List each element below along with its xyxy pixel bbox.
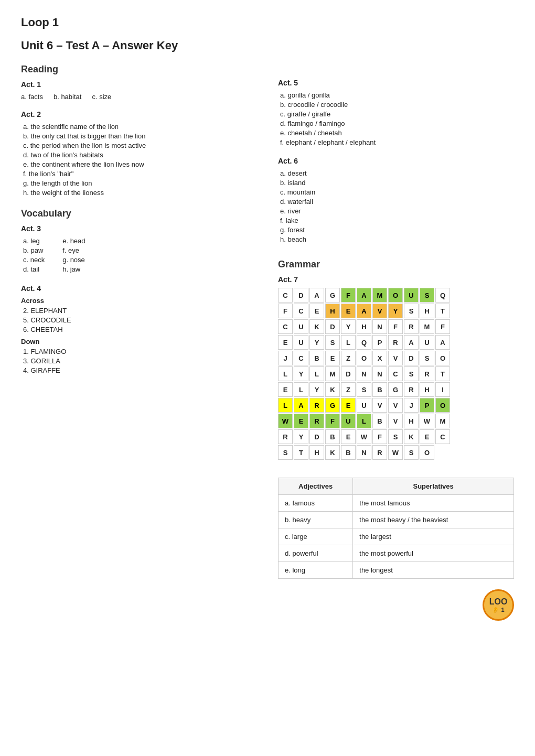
sup-cell: the largest (353, 528, 514, 545)
list-item: d. two of the lion's habitats (21, 151, 257, 159)
list-item: f. eye (60, 246, 85, 254)
act1-title: Act. 1 (21, 80, 257, 89)
unit-title: Unit 6 – Test A – Answer Key (21, 39, 257, 52)
act1-answers: a. facts b. habitat c. size (21, 93, 257, 101)
list-item: c. giraffe / giraffe (278, 110, 514, 118)
across-label: Across (21, 297, 257, 305)
grammar-section-title: Grammar (278, 259, 514, 270)
logo-sub: 👂 1 (492, 607, 504, 613)
act3-right: e. head f. eye g. nose h. jaw (60, 237, 85, 275)
list-item: d. waterfall (278, 198, 514, 206)
act1-answer-c: c. size (92, 93, 111, 101)
list-item: a. desert (278, 169, 514, 177)
act4-title: Act. 4 (21, 284, 257, 293)
vocabulary-section-title: Vocabulary (21, 208, 257, 219)
logo-area: LOO 👂 1 (278, 589, 514, 621)
list-item: c. mountain (278, 188, 514, 196)
list-item: e. river (278, 207, 514, 215)
superlatives-section: Adjectives Superlatives a. famousthe mos… (278, 478, 514, 579)
adj-cell: b. heavy (279, 512, 353, 528)
adj-cell: d. powerful (279, 545, 353, 562)
list-item: e. cheetah / cheetah (278, 129, 514, 137)
list-item: d. tail (21, 265, 45, 273)
list-item: g. the length of the lion (21, 179, 257, 187)
act4-across: 2. ELEPHANT 5. CROCODILE 6. CHEETAH (21, 307, 257, 333)
list-item: b. paw (21, 246, 45, 254)
act6-answers: a. desert b. island c. mountain d. water… (278, 169, 514, 243)
act3-title: Act. 3 (21, 224, 257, 233)
loop-title: Loop 1 (21, 16, 257, 29)
superlatives-table: Adjectives Superlatives a. famousthe mos… (278, 478, 514, 579)
list-item: c. neck (21, 256, 45, 264)
list-item: 2. ELEPHANT (21, 307, 257, 315)
act2-title: Act. 2 (21, 110, 257, 118)
adj-cell: c. large (279, 528, 353, 545)
word-search-grid: CDAGFAMOUSQFCEHEAVYSHTCUKDYHNFRMFEUYSLQP… (278, 288, 450, 460)
act1-answer-b: b. habitat (54, 93, 82, 101)
list-item: b. crocodile / crocodile (278, 101, 514, 109)
act3-left: a. leg b. paw c. neck d. tail (21, 237, 45, 275)
list-item: f. lake (278, 217, 514, 224)
sup-cell: the most powerful (353, 545, 514, 562)
list-item: h. beach (278, 235, 514, 243)
list-item: f. elephant / elephant / elephant (278, 138, 514, 146)
act2-answers: a. the scientific name of the lion b. th… (21, 123, 257, 197)
sup-cell: the most famous (353, 495, 514, 512)
list-item: 6. CHEETAH (21, 326, 257, 333)
list-item: e. head (60, 237, 85, 245)
list-item: f. the lion's "hair" (21, 170, 257, 178)
act4-down: 1. FLAMINGO 3. GORILLA 4. GIRAFFE (21, 348, 257, 374)
list-item: 3. GORILLA (21, 357, 257, 365)
list-item: h. jaw (60, 265, 85, 273)
list-item: 4. GIRAFFE (21, 366, 257, 374)
list-item: g. nose (60, 256, 85, 264)
col-adjectives: Adjectives (279, 478, 353, 495)
act6-title: Act. 6 (278, 157, 514, 165)
reading-section-title: Reading (21, 64, 257, 75)
sup-cell: the most heavy / the heaviest (353, 512, 514, 528)
col-superlatives: Superlatives (353, 478, 514, 495)
act5-answers: a. gorilla / gorilla b. crocodile / croc… (278, 91, 514, 146)
act1-answer-a: a. facts (21, 93, 43, 101)
list-item: a. leg (21, 237, 45, 245)
list-item: g. forest (278, 226, 514, 234)
list-item: b. island (278, 179, 514, 187)
list-item: a. gorilla / gorilla (278, 91, 514, 99)
logo-text: LOO (489, 597, 508, 607)
list-item: a. the scientific name of the lion (21, 123, 257, 131)
act7-title: Act. 7 (278, 275, 514, 284)
act5-title: Act. 5 (278, 79, 514, 87)
list-item: h. the weight of the lioness (21, 189, 257, 197)
adj-cell: a. famous (279, 495, 353, 512)
down-label: Down (21, 338, 257, 345)
adj-cell: e. long (279, 562, 353, 579)
list-item: b. the only cat that is bigger than the … (21, 132, 257, 140)
list-item: 5. CROCODILE (21, 316, 257, 324)
logo: LOO 👂 1 (483, 589, 514, 621)
sup-cell: the longest (353, 562, 514, 579)
list-item: 1. FLAMINGO (21, 348, 257, 355)
list-item: d. flamingo / flamingo (278, 120, 514, 127)
list-item: e. the continent where the lion lives no… (21, 160, 257, 168)
list-item: c. the period when the lion is most acti… (21, 142, 257, 149)
